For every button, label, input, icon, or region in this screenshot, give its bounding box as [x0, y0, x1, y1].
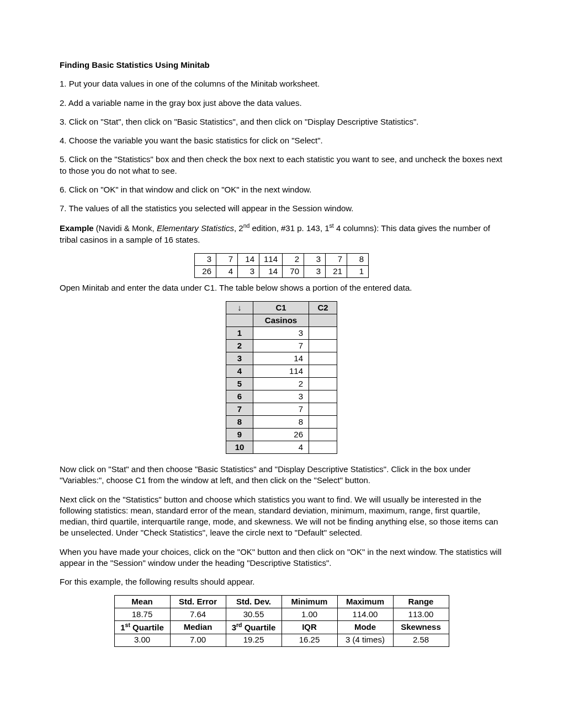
data-cell	[309, 403, 337, 416]
header-iqr: IQR	[282, 621, 337, 634]
header-median: Median	[170, 621, 226, 634]
data-cell	[309, 441, 337, 454]
data-cell: 3	[194, 253, 216, 265]
table-row: Mean Std. Error Std. Dev. Minimum Maximu…	[114, 596, 449, 608]
data-cell: 3	[304, 265, 326, 277]
variable-name-cell-c2	[309, 314, 337, 327]
data-cell: 8	[253, 416, 309, 429]
step-1: 1. Put your data values in one of the co…	[60, 78, 503, 89]
paragraph-when-done: When you have made your choices, click o…	[60, 547, 503, 569]
data-cell: 4	[216, 265, 237, 277]
table-row: 13	[226, 327, 337, 340]
superscript-rd: rd	[236, 622, 242, 628]
superscript-st: st	[125, 622, 130, 628]
data-cell	[309, 327, 337, 340]
superscript-nd: nd	[243, 222, 250, 229]
data-cell: 70	[283, 265, 304, 277]
example-paragraph: Example (Navidi & Monk, Elementary Stati…	[60, 222, 503, 245]
variable-name-cell: Casinos	[253, 314, 309, 327]
paragraph-open-minitab: Open Minitab and enter the data under C1…	[60, 282, 503, 293]
value-skewness: 2.58	[393, 634, 449, 646]
table-row: 314	[226, 352, 337, 365]
q3-num: 3	[232, 623, 236, 632]
header-std-error: Std. Error	[170, 596, 226, 608]
table-row: 26 4 3 14 70 3 21 1	[194, 265, 368, 277]
value-mean: 18.75	[114, 608, 170, 621]
header-minimum: Minimum	[282, 596, 337, 608]
paragraph-next-click: Next click on the "Statistics" button an…	[60, 494, 503, 539]
row-number: 1	[226, 327, 253, 340]
row-number: 10	[226, 441, 253, 454]
value-q1: 3.00	[114, 634, 170, 646]
value-std-error: 7.64	[170, 608, 226, 621]
data-cell: 21	[326, 265, 347, 277]
header-mean: Mean	[114, 596, 170, 608]
data-cell	[309, 378, 337, 390]
row-number: 5	[226, 378, 253, 390]
table-row: 27	[226, 340, 337, 352]
row-number: 8	[226, 416, 253, 429]
table-row: 926	[226, 429, 337, 441]
data-cell	[309, 390, 337, 403]
value-minimum: 1.00	[282, 608, 337, 621]
header-range: Range	[393, 596, 449, 608]
data-cell: 7	[253, 340, 309, 352]
minitab-worksheet: ↓ C1 C2 Casinos 13 27 314 4114 52 63 77 …	[226, 301, 337, 454]
step-6: 6. Click on "OK" in that window and clic…	[60, 184, 503, 195]
value-std-dev: 30.55	[226, 608, 282, 621]
step-4: 4. Choose the variable you want the basi…	[60, 135, 503, 146]
data-cell: 3	[304, 253, 326, 265]
data-cell: 2	[253, 378, 309, 390]
header-std-dev: Std. Dev.	[226, 596, 282, 608]
row-number: 7	[226, 403, 253, 416]
step-3: 3. Click on "Stat", then click on "Basic…	[60, 116, 503, 127]
superscript-st: st	[330, 222, 334, 229]
data-cell: 26	[253, 429, 309, 441]
row-number: 3	[226, 352, 253, 365]
data-cell: 1	[347, 265, 369, 277]
header-skewness: Skewness	[393, 621, 449, 634]
table-row: 1st Quartile Median 3rd Quartile IQR Mod…	[114, 621, 449, 634]
row-number: 4	[226, 365, 253, 378]
table-row: 18.75 7.64 30.55 1.00 114.00 113.00	[114, 608, 449, 621]
results-table: Mean Std. Error Std. Dev. Minimum Maximu…	[114, 595, 449, 646]
table-row: 52	[226, 378, 337, 390]
value-maximum: 114.00	[337, 608, 393, 621]
data-cell: 7	[216, 253, 237, 265]
data-cell: 7	[253, 403, 309, 416]
row-number: 9	[226, 429, 253, 441]
table-row: 77	[226, 403, 337, 416]
table-row: 88	[226, 416, 337, 429]
table-row: 4114	[226, 365, 337, 378]
q3-label: Quartile	[242, 623, 275, 632]
example-text-post2: edition, #31 p. 143, 1	[249, 223, 329, 233]
header-q3: 3rd Quartile	[226, 621, 282, 634]
arrow-down-icon: ↓	[226, 302, 253, 314]
header-mode: Mode	[337, 621, 393, 634]
row-header-blank	[226, 314, 253, 327]
data-cell: 3	[253, 390, 309, 403]
data-cell: 7	[326, 253, 347, 265]
q1-num: 1	[120, 623, 125, 632]
data-cell: 14	[253, 352, 309, 365]
data-cell	[309, 416, 337, 429]
book-title: Elementary Statistics	[157, 223, 234, 233]
value-median: 7.00	[170, 634, 226, 646]
table-row: 3.00 7.00 19.25 16.25 3 (4 times) 2.58	[114, 634, 449, 646]
data-cell: 14	[237, 253, 259, 265]
table-row: 3 7 14 114 2 3 7 8	[194, 253, 368, 265]
data-cell: 114	[253, 365, 309, 378]
table-row: ↓ C1 C2	[226, 302, 337, 314]
page-title: Finding Basic Statistics Using Minitab	[60, 60, 503, 71]
paragraph-for-example: For this example, the following results …	[60, 576, 503, 587]
row-number: 6	[226, 390, 253, 403]
header-q1: 1st Quartile	[114, 621, 170, 634]
paragraph-now-click: Now click on "Stat" and then choose "Bas…	[60, 464, 503, 486]
row-number: 2	[226, 340, 253, 352]
example-text-pre: (Navidi & Monk,	[94, 223, 157, 233]
value-iqr: 16.25	[282, 634, 337, 646]
example-text-post: , 2	[234, 223, 243, 233]
data-cell: 8	[347, 253, 369, 265]
value-range: 113.00	[393, 608, 449, 621]
raw-data-table: 3 7 14 114 2 3 7 8 26 4 3 14 70 3 21 1	[194, 253, 369, 278]
